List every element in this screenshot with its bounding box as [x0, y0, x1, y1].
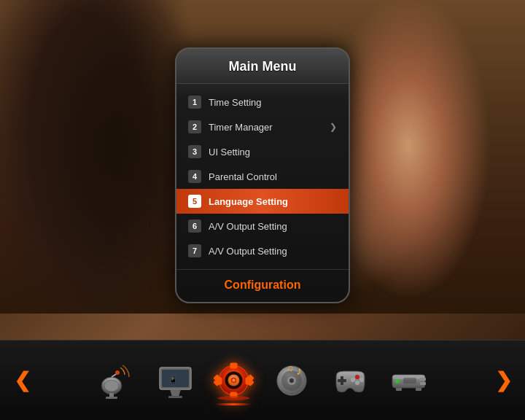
svg-point-1: [104, 380, 119, 392]
svg-rect-5: [106, 397, 117, 399]
satellite-nav-icon[interactable]: [93, 357, 141, 404]
nav-next-arrow[interactable]: ❯: [489, 355, 518, 406]
tv-nav-icon[interactable]: 📱: [152, 357, 199, 404]
menu-item-5[interactable]: 5 Language Setting: [176, 189, 349, 214]
media-icon: ♪ ♫: [272, 360, 312, 400]
svg-rect-43: [420, 382, 426, 385]
svg-rect-33: [338, 379, 346, 382]
menu-item-4-label: Parental Control: [209, 171, 277, 182]
svg-rect-45: [403, 378, 416, 384]
svg-text:♫: ♫: [287, 363, 293, 373]
menu-footer: Configuration: [176, 269, 349, 302]
svg-point-36: [355, 381, 359, 385]
svg-rect-42: [420, 378, 426, 381]
tv-icon: 📱: [155, 360, 195, 400]
svg-rect-46: [396, 388, 402, 391]
gear-icon: [214, 360, 254, 400]
svg-point-25: [217, 396, 249, 400]
svg-point-29: [289, 378, 294, 383]
menu-item-2-number: 2: [188, 120, 201, 133]
svg-point-37: [351, 378, 355, 382]
svg-text:♪: ♪: [296, 365, 302, 377]
menu-item-7[interactable]: 7 A/V Output Setting: [176, 238, 349, 263]
gamepad-icon: [330, 360, 370, 400]
menu-item-6[interactable]: 6 A/V Output Setting: [176, 214, 349, 238]
active-indicator-line: [215, 403, 252, 405]
svg-point-24: [232, 379, 235, 382]
satellite-icon: [97, 360, 137, 400]
menu-item-2-arrow: ❯: [330, 122, 337, 132]
main-menu-card: Main Menu 1 Time Setting 2 Timer Manager…: [175, 47, 350, 303]
nav-prev-arrow[interactable]: ❮: [7, 355, 36, 406]
media-nav-icon[interactable]: ♪ ♫: [268, 357, 316, 404]
nav-icons-container: 📱: [36, 357, 489, 404]
gamepad-nav-icon[interactable]: [327, 357, 374, 404]
menu-item-3-number: 3: [188, 145, 201, 158]
menu-item-4[interactable]: 4 Parental Control: [176, 164, 349, 189]
menu-item-4-number: 4: [188, 170, 201, 183]
svg-point-35: [359, 378, 364, 382]
menu-item-1[interactable]: 1 Time Setting: [176, 90, 349, 114]
menu-title: Main Menu: [176, 49, 349, 84]
hdd-icon: [389, 360, 429, 400]
menu-item-3[interactable]: 3 UI Setting: [176, 139, 349, 164]
bottom-navbar: ❮: [0, 340, 525, 420]
menu-item-2[interactable]: 2 Timer Manager ❯: [176, 114, 349, 139]
svg-rect-13: [230, 363, 237, 369]
menu-item-5-label: Language Setting: [209, 196, 288, 207]
svg-point-38: [337, 386, 346, 392]
svg-marker-10: [170, 389, 181, 397]
menu-item-1-number: 1: [188, 96, 201, 109]
menu-item-6-number: 6: [188, 219, 201, 233]
menu-item-6-label: A/V Output Setting: [209, 221, 287, 232]
menu-item-7-label: A/V Output Setting: [209, 246, 287, 257]
settings-nav-icon[interactable]: [210, 357, 257, 404]
menu-item-5-number: 5: [188, 195, 201, 208]
svg-rect-47: [416, 388, 421, 391]
svg-point-34: [355, 375, 359, 379]
menu-item-7-number: 7: [188, 244, 201, 257]
svg-point-44: [395, 379, 400, 384]
svg-text:📱: 📱: [168, 375, 178, 384]
menu-items-list: 1 Time Setting 2 Timer Manager ❯ 3 UI Se…: [176, 84, 349, 269]
svg-point-39: [355, 386, 364, 392]
svg-point-3: [115, 370, 120, 375]
device-nav-icon[interactable]: [385, 357, 432, 404]
svg-rect-11: [168, 396, 182, 398]
menu-item-3-label: UI Setting: [209, 147, 250, 158]
menu-item-1-label: Time Setting: [209, 97, 262, 108]
menu-item-2-label: Timer Manager: [209, 122, 273, 133]
